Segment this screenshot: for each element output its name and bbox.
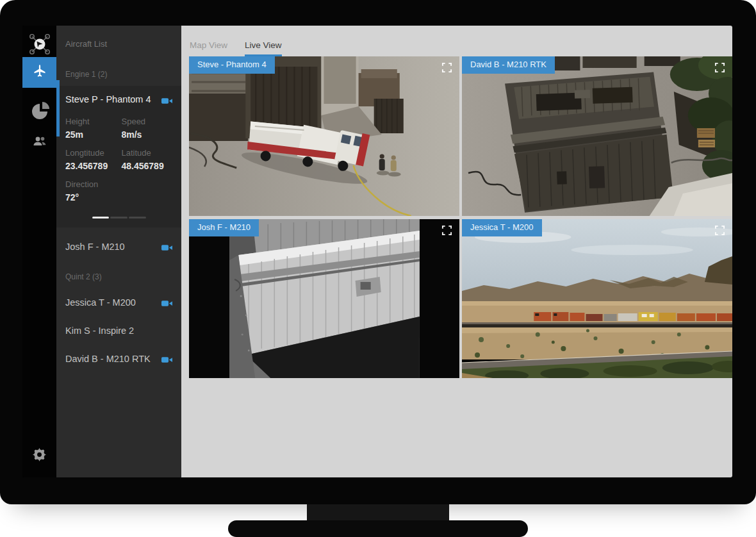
settings-button[interactable]: [22, 440, 56, 471]
video-feed-infrared: [189, 219, 459, 378]
aircraft-name: Josh F - M210: [65, 242, 125, 252]
video-camera-icon[interactable]: [161, 95, 172, 103]
video-tile-david[interactable]: David B - M210 RTK: [462, 56, 732, 216]
monitor-stand-base: [228, 520, 528, 537]
aircraft-name: David B - M210 RTK: [65, 354, 151, 364]
tab-live-view[interactable]: Live View: [245, 40, 282, 56]
video-tile-label: David B - M210 RTK: [462, 56, 555, 74]
aircraft-name: Jessica T - M200: [65, 297, 136, 308]
video-tile-josh[interactable]: Josh F - M210: [189, 219, 459, 378]
monitor-stand-neck: [307, 504, 449, 521]
video-tile-steve[interactable]: Steve - Phantom 4: [189, 56, 459, 216]
video-tile-label: Josh F - M210: [189, 219, 259, 236]
telemetry-pager[interactable]: [92, 217, 146, 219]
aircraft-sidebar: Aircraft List Engine 1 (2) Steve P - Pha…: [56, 26, 181, 477]
telemetry-panel: Height 25m Speed 8m/s Longtitude 23.4567…: [65, 108, 172, 202]
fullscreen-icon[interactable]: [441, 225, 452, 236]
video-camera-icon[interactable]: [161, 299, 172, 306]
nav-team-button[interactable]: [22, 127, 56, 158]
app-logo-icon: [27, 31, 53, 57]
nav-aircraft-button[interactable]: [22, 57, 56, 88]
fullscreen-icon[interactable]: [714, 225, 725, 236]
group-label-engine-1: Engine 1 (2): [56, 70, 181, 79]
telemetry-label: Longtitude: [65, 148, 117, 158]
video-feed-firetruck: [189, 56, 459, 216]
scrollbar-thumb[interactable]: [56, 80, 60, 136]
telemetry-value: 72°: [65, 192, 117, 202]
video-tile-label: Steve - Phantom 4: [189, 56, 275, 74]
tab-map-view[interactable]: Map View: [190, 40, 227, 56]
video-feed-structure: [462, 56, 732, 216]
aircraft-item-selected[interactable]: Steve P - Phantom 4 Height 25m Speed 8m/…: [56, 86, 181, 227]
users-icon: [32, 136, 47, 149]
video-camera-icon[interactable]: [161, 243, 172, 251]
sidebar-title: Aircraft List: [56, 26, 181, 49]
main-content: Map View Live View: [181, 26, 732, 477]
fullscreen-icon[interactable]: [714, 62, 725, 73]
telemetry-label: Latitude: [122, 148, 173, 158]
telemetry-label: Direction: [65, 179, 117, 189]
aircraft-name: Kim S - Inspire 2: [65, 326, 134, 336]
view-tabs: Map View Live View: [181, 26, 732, 56]
aircraft-list-item[interactable]: Kim S - Inspire 2: [56, 317, 181, 345]
telemetry-value: 25m: [65, 129, 117, 140]
video-tile-label: Jessica T - M200: [462, 219, 542, 236]
nav-rail: [22, 26, 56, 477]
nav-dashboard-button[interactable]: [22, 96, 56, 127]
video-camera-icon[interactable]: [161, 355, 172, 363]
telemetry-value: 48.456789: [122, 161, 173, 171]
video-grid: Steve - Phantom 4: [189, 56, 732, 378]
group-label-quint-2: Quint 2 (3): [56, 272, 181, 281]
telemetry-value: 23.456789: [65, 161, 117, 171]
telemetry-label: Height: [65, 117, 117, 126]
aircraft-icon: [32, 63, 47, 81]
aircraft-name: Steve P - Phantom 4: [65, 94, 151, 104]
telemetry-value: 8m/s: [122, 129, 173, 140]
gear-icon: [33, 448, 46, 464]
telemetry-label: Speed: [122, 117, 173, 126]
pie-chart-icon: [32, 104, 47, 119]
video-feed-desert-train: [462, 219, 732, 378]
aircraft-list-item[interactable]: David B - M210 RTK: [56, 345, 181, 373]
aircraft-list-item[interactable]: Josh F - M210: [56, 233, 181, 261]
aircraft-list-item[interactable]: Jessica T - M200: [56, 288, 181, 317]
fullscreen-icon[interactable]: [441, 62, 452, 73]
monitor-mockup: Aircraft List Engine 1 (2) Steve P - Pha…: [0, 0, 756, 537]
video-tile-jessica[interactable]: Jessica T - M200: [462, 219, 732, 378]
app-window: Aircraft List Engine 1 (2) Steve P - Pha…: [22, 26, 732, 477]
